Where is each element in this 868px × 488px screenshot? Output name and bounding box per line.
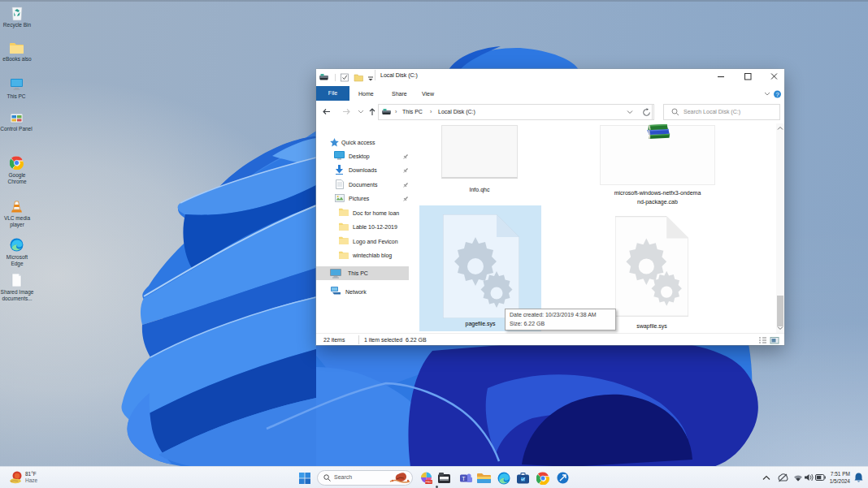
svg-text:?: ?	[775, 91, 779, 98]
svg-text:T: T	[462, 476, 466, 482]
svg-text:PRO: PRO	[426, 481, 432, 484]
